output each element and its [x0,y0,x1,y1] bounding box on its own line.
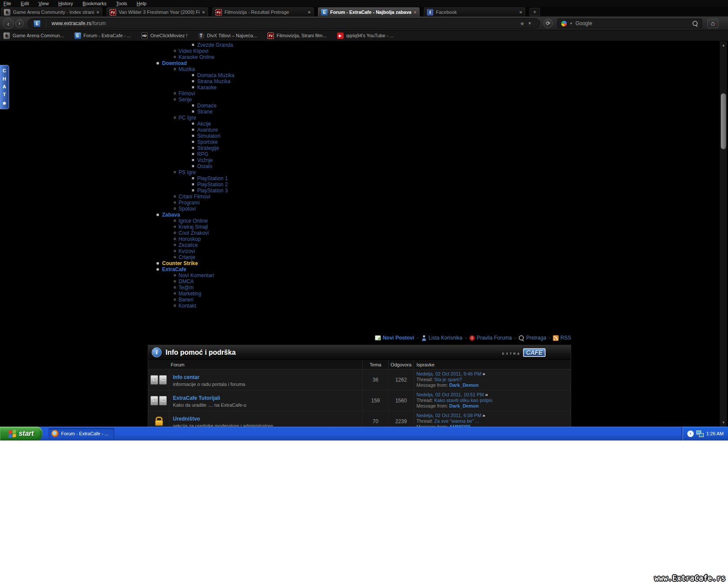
search-engine-dropdown-icon[interactable]: ▼ [569,22,573,26]
nav-link[interactable]: Zezalice [179,242,198,248]
goto-last-post-icon[interactable]: » [485,392,488,397]
reload-button[interactable]: ⟳ [543,19,553,28]
tray-chevron-icon[interactable] [687,431,694,437]
taskbar-task-firefox[interactable]: Forum - ExtraCafe - ... [49,428,114,439]
url-bar[interactable]: www.extracafe.rs/forum ★ ▼ [28,18,540,29]
site-identity-box[interactable] [28,19,46,28]
user-link[interactable]: Dark_Demon [449,403,479,408]
nav-link[interactable]: Crtanje [179,254,195,260]
nav-link[interactable]: Igrice Online [179,218,208,224]
nav-link[interactable]: Counter Strike [162,260,198,266]
nav-link[interactable]: Novi Komentari [179,272,214,279]
scrollbar-thumb[interactable] [721,93,726,149]
thread-link[interactable]: Sta je spam? [434,377,462,382]
tab-van-wilder[interactable]: Van Wilder 3 Freshman Year (2009) Film..… [107,7,208,16]
nav-link[interactable]: RPG [197,151,208,157]
bookmark-extracafe[interactable]: Forum - ExtraCafe - ... [75,32,131,39]
nav-link[interactable]: Zvezde Granda [197,42,233,48]
new-posts-link[interactable]: Novi Postovi [375,335,414,341]
menu-history[interactable]: History [58,1,73,6]
nav-link[interactable]: Te@m [179,285,194,291]
bookmark-divx-titlovi[interactable]: DivX Titlovi – Najveća... [198,32,257,39]
user-link[interactable]: Dark_Demon [449,382,479,388]
nav-link[interactable]: PC Igre [179,115,196,121]
search-box[interactable]: ▼ Google [557,19,702,28]
bookmark-star-icon[interactable]: ★ [520,20,525,27]
thread-link[interactable]: Za sve "wanna be" ... [434,418,479,424]
last-post-date-link[interactable]: Nedelja, 02 Oct 2011, 6:08 PM [416,413,481,418]
nav-link[interactable]: Spotovi [179,206,196,212]
back-button[interactable]: ‹ [3,18,14,29]
goto-last-post-icon[interactable]: » [483,371,485,376]
nav-link[interactable]: PlayStation 3 [197,188,228,194]
close-tab-icon[interactable]: × [520,10,522,15]
network-icon[interactable] [696,431,704,437]
nav-link[interactable]: Domaće [197,103,217,109]
nav-link[interactable]: Horoskop [179,236,201,242]
nav-link[interactable]: Video Klipovi [179,48,208,54]
nav-link[interactable]: PlayStation 2 [197,181,228,188]
menu-edit[interactable]: Edit [21,1,29,6]
forum-link[interactable]: Info centar [173,374,199,380]
nav-link[interactable]: Domaća Muzika [197,72,234,78]
nav-link[interactable]: Simulatori [197,133,220,139]
search-link[interactable]: Pretraga [519,335,546,341]
nav-link[interactable]: Vožnje [197,157,213,163]
close-tab-icon[interactable]: × [414,10,416,15]
bookmark-filmovizija[interactable]: Filmovizija, Strani film... [267,32,327,39]
nav-link[interactable]: Strategije [197,145,219,151]
close-tab-icon[interactable]: × [97,10,99,15]
tab-extracafe-active[interactable]: Forum - ExtraCafe - Najbolja zabava × [318,7,419,16]
scroll-up-icon[interactable]: ▲ [721,42,726,48]
nav-link[interactable]: PlayStation 1 [197,175,228,181]
menu-view[interactable]: View [39,1,49,6]
nav-link[interactable]: Kvizovi [179,248,195,254]
menu-help[interactable]: Help [136,1,146,6]
thread-link[interactable]: Kako staviti sliku kao potpis [434,398,493,403]
nav-link[interactable]: Karaoke [197,84,217,91]
nav-link[interactable]: Marketing [179,291,202,297]
bookmark-oneclickmoviez[interactable]: OneClickMoviez ! [141,32,188,39]
menu-tools[interactable]: Tools [116,1,127,6]
nav-link[interactable]: Karaoke Online [179,54,214,60]
nav-link[interactable]: Filmovi [179,91,195,97]
bookmark-youtube[interactable]: qqriq94's YouTube - ... [337,32,393,39]
page-scrollbar[interactable]: ▲ ▼ [719,41,727,427]
nav-link[interactable]: Muzika [179,66,195,72]
nav-link[interactable]: Cool Znakovi [179,230,209,236]
tab-facebook[interactable]: Facebook × [424,7,525,16]
menu-file[interactable]: File [3,1,11,6]
nav-link[interactable]: Crtani Filmovi [179,194,210,200]
nav-link[interactable]: PS Igre [179,169,196,175]
nav-link[interactable]: ExtraCafe [162,266,186,272]
forum-link[interactable]: Uredništvo [173,416,200,422]
close-tab-icon[interactable]: × [202,10,205,15]
scroll-down-icon[interactable]: ▼ [721,420,726,425]
last-post-date-link[interactable]: Nedelja, 02 Oct 2011, 10:51 PM [416,392,484,397]
nav-link[interactable]: DMCA [179,279,194,285]
nav-link[interactable]: Strane [197,109,212,115]
rss-link[interactable]: RSS [553,335,571,341]
close-tab-icon[interactable]: × [308,10,311,15]
member-list-link[interactable]: Lista Korisnika [421,335,462,341]
nav-link[interactable]: Serije [179,97,192,103]
nav-link[interactable]: Avanture [197,127,218,133]
nav-link[interactable]: Ostalo [197,163,212,169]
nav-link[interactable]: Akcije [197,121,211,127]
nav-link[interactable]: Zabava [162,212,180,218]
start-button[interactable]: start [0,427,42,440]
nav-link[interactable]: Kreiraj Smajl [179,224,208,230]
nav-link[interactable]: Kontakt [179,303,196,309]
forum-rules-link[interactable]: Pravila Foruma [469,335,512,341]
new-tab-button[interactable]: + [530,8,540,16]
tab-filmovizija[interactable]: Filmovizija - Rezultati Pretrage × [212,7,314,16]
nav-link[interactable]: Sportske [197,139,218,145]
bookmark-game-arena[interactable]: Game Arena Commun... [3,32,64,39]
goto-last-post-icon[interactable]: » [483,413,485,418]
nav-link[interactable]: Strana Muzika [197,78,231,84]
nav-link[interactable]: Baneri [179,297,194,303]
search-icon[interactable] [692,21,698,26]
last-post-date-link[interactable]: Nedelja, 02 Oct 2011, 9:46 PM [416,371,481,376]
forward-button[interactable]: › [15,19,24,28]
nav-link[interactable]: Programi [179,200,200,206]
